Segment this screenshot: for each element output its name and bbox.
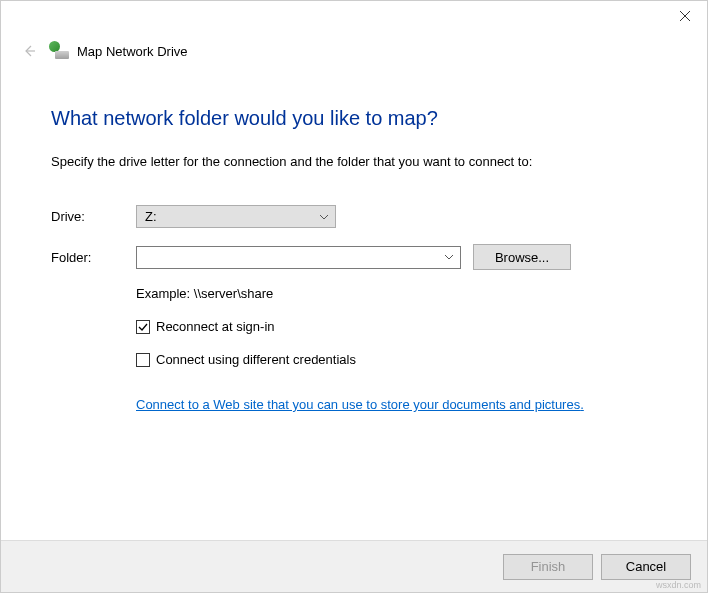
reconnect-checkbox-row[interactable]: Reconnect at sign-in xyxy=(136,319,657,334)
chevron-down-icon xyxy=(319,214,329,220)
options-block: Example: \\server\share Reconnect at sig… xyxy=(136,286,657,412)
example-text: Example: \\server\share xyxy=(136,286,657,301)
back-arrow-icon xyxy=(21,43,37,59)
titlebar xyxy=(1,1,707,33)
drive-select[interactable]: Z: xyxy=(136,205,336,228)
credentials-checkbox-row[interactable]: Connect using different credentials xyxy=(136,352,657,367)
drive-value: Z: xyxy=(145,209,157,224)
header-title: Map Network Drive xyxy=(77,44,188,59)
drive-row: Drive: Z: xyxy=(51,205,657,228)
folder-label: Folder: xyxy=(51,250,136,265)
drive-label: Drive: xyxy=(51,209,136,224)
reconnect-label: Reconnect at sign-in xyxy=(156,319,275,334)
connect-website-link[interactable]: Connect to a Web site that you can use t… xyxy=(136,397,584,412)
chevron-down-icon xyxy=(444,254,454,260)
map-network-drive-dialog: Map Network Drive What network folder wo… xyxy=(0,0,708,593)
page-heading: What network folder would you like to ma… xyxy=(51,107,657,130)
check-icon xyxy=(138,322,148,332)
folder-combobox[interactable] xyxy=(136,246,461,269)
credentials-checkbox[interactable] xyxy=(136,353,150,367)
finish-button[interactable]: Finish xyxy=(503,554,593,580)
watermark: wsxdn.com xyxy=(656,580,701,590)
reconnect-checkbox[interactable] xyxy=(136,320,150,334)
browse-button[interactable]: Browse... xyxy=(473,244,571,270)
instruction-text: Specify the drive letter for the connect… xyxy=(51,154,657,169)
header-bar: Map Network Drive xyxy=(1,33,707,79)
back-button[interactable] xyxy=(19,41,39,61)
close-button[interactable] xyxy=(662,1,707,31)
folder-row: Folder: Browse... xyxy=(51,244,657,270)
credentials-label: Connect using different credentials xyxy=(156,352,356,367)
content-area: What network folder would you like to ma… xyxy=(1,79,707,540)
network-drive-icon xyxy=(49,41,69,61)
footer-bar: Finish Cancel xyxy=(1,540,707,592)
cancel-button[interactable]: Cancel xyxy=(601,554,691,580)
close-icon xyxy=(680,11,690,21)
